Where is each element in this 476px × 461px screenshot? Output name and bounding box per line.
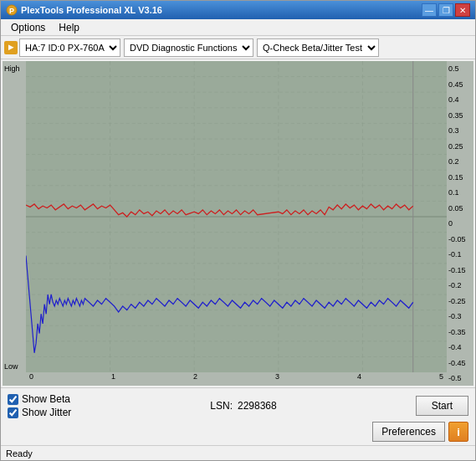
show-beta-label: Show Beta (22, 393, 70, 405)
x-axis: 0 1 2 3 4 5 (26, 372, 447, 386)
minimize-button[interactable]: — (422, 3, 437, 17)
title-bar: P PlexTools Professional XL V3.16 — ❐ ✕ (1, 1, 475, 19)
main-window: P PlexTools Professional XL V3.16 — ❐ ✕ … (0, 0, 476, 461)
chart-area: High Low (3, 61, 473, 386)
svg-text:P: P (9, 7, 14, 15)
window-controls: — ❐ ✕ (422, 3, 470, 17)
menu-bar: Options Help (1, 19, 475, 36)
y-high-label: High (4, 64, 20, 73)
toolbar: ▶ HA:7 ID:0 PX-760A DVD Diagnostic Funct… (1, 36, 475, 59)
bottom-panel: Show Beta Show Jitter LSN: 2298368 Start… (1, 387, 475, 445)
y-axis-right: 0.5 0.45 0.4 0.35 0.3 0.25 0.2 0.15 0.1 … (447, 61, 473, 386)
status-bar: Ready (1, 445, 475, 460)
info-button[interactable]: i (448, 422, 468, 442)
prefs-row: Preferences i (8, 422, 468, 442)
menu-help[interactable]: Help (52, 20, 86, 35)
device-icon: ▶ (4, 41, 18, 54)
test-select[interactable]: Q-Check Beta/Jitter Test (257, 38, 379, 57)
menu-options[interactable]: Options (4, 20, 52, 35)
window-title: PlexTools Professional XL V3.16 (21, 5, 422, 15)
close-button[interactable]: ✕ (455, 3, 470, 17)
lsn-label: LSN: (210, 400, 233, 412)
restore-button[interactable]: ❐ (438, 3, 453, 17)
controls-row: Show Beta Show Jitter LSN: 2298368 Start (8, 393, 468, 418)
show-jitter-checkbox[interactable] (8, 407, 18, 418)
device-select[interactable]: HA:7 ID:0 PX-760A (19, 38, 120, 57)
chart-plot (26, 61, 447, 372)
function-select[interactable]: DVD Diagnostic Functions (124, 38, 253, 57)
show-jitter-row: Show Jitter (8, 407, 71, 418)
show-beta-checkbox[interactable] (8, 394, 18, 405)
status-text: Ready (6, 448, 33, 458)
app-icon: P (6, 4, 18, 16)
y-low-label: Low (4, 362, 18, 371)
show-beta-row: Show Beta (8, 393, 71, 405)
start-button[interactable]: Start (416, 396, 468, 416)
lsn-display: LSN: 2298368 (210, 400, 276, 412)
checkbox-group: Show Beta Show Jitter (8, 393, 71, 418)
preferences-button[interactable]: Preferences (372, 422, 445, 442)
show-jitter-label: Show Jitter (22, 407, 71, 418)
lsn-value: 2298368 (238, 400, 277, 412)
device-selector-group: ▶ HA:7 ID:0 PX-760A (4, 38, 120, 57)
